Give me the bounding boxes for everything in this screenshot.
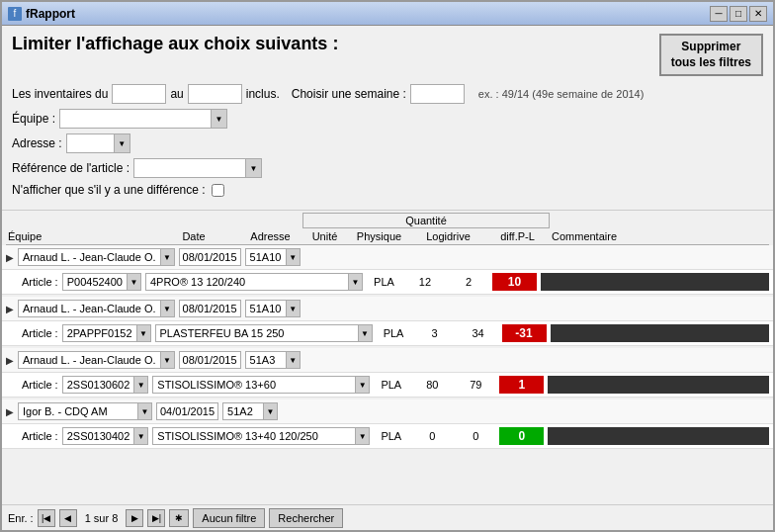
article-code-arrow[interactable]: ▼ xyxy=(136,325,150,341)
expand-icon[interactable]: ▶ xyxy=(6,406,14,417)
group-address-arrow[interactable]: ▼ xyxy=(263,403,277,419)
logidrive-value: 79 xyxy=(456,379,495,391)
unite-value: PLA xyxy=(374,430,408,442)
group-name-arrow[interactable]: ▼ xyxy=(137,403,151,419)
article-desc-arrow[interactable]: ▼ xyxy=(358,325,372,341)
group-date[interactable]: 04/01/2015 xyxy=(156,402,218,420)
equipe-combo[interactable]: ▼ xyxy=(59,109,227,129)
equipe-dropdown-arrow[interactable]: ▼ xyxy=(211,110,226,128)
group-address-arrow[interactable]: ▼ xyxy=(286,301,300,316)
article-code-arrow[interactable]: ▼ xyxy=(127,274,140,290)
group-address-arrow[interactable]: ▼ xyxy=(286,249,300,265)
group-address-arrow[interactable]: ▼ xyxy=(286,352,300,368)
group-header-row: ▶ Arnaud L. - Jean-Claude O. ▼ 08/01/201… xyxy=(2,348,773,373)
group-name-label: Arnaud L. - Jean-Claude O. xyxy=(19,251,160,263)
group-address-combo[interactable]: 51A3 ▼ xyxy=(245,351,301,369)
table-row: ▶ Arnaud L. - Jean-Claude O. ▼ 08/01/201… xyxy=(2,348,773,398)
col-diff-header: diff.P-L xyxy=(485,229,550,243)
filter-title: Limiter l'affichage aux choix suivants : xyxy=(12,34,338,54)
article-static-label: Article : xyxy=(22,379,58,391)
group-address-label: 51A3 xyxy=(246,354,286,366)
article-desc-combo[interactable]: STISOLISSIMO® 13+40 120/250 ▼ xyxy=(152,427,370,445)
comment-field[interactable] xyxy=(551,324,769,342)
delete-filters-button[interactable]: Supprimer tous les filtres xyxy=(659,34,763,76)
inventaires-to-input[interactable] xyxy=(188,84,242,104)
nav-add-button[interactable]: ✱ xyxy=(169,509,189,527)
filter-section: Limiter l'affichage aux choix suivants :… xyxy=(2,26,773,211)
bottom-bar: Enr. : |◀ ◀ 1 sur 8 ▶ ▶| ✱ Aucun filtre … xyxy=(2,504,773,530)
article-code-combo[interactable]: 2SS0130602 ▼ xyxy=(62,376,149,394)
article-desc-arrow[interactable]: ▼ xyxy=(348,274,362,290)
group-name-combo[interactable]: Arnaud L. - Jean-Claude O. ▼ xyxy=(18,300,175,317)
article-desc-arrow[interactable]: ▼ xyxy=(355,428,369,444)
page-info: 1 sur 8 xyxy=(85,512,119,524)
reference-combo[interactable]: ▼ xyxy=(133,158,262,178)
group-date[interactable]: 08/01/2015 xyxy=(179,351,241,369)
aucun-filtre-button[interactable]: Aucun filtre xyxy=(193,508,265,528)
adresse-label: Adresse : xyxy=(12,136,62,150)
adresse-input[interactable] xyxy=(67,134,114,152)
group-name-label: Igor B. - CDQ AM xyxy=(19,405,137,417)
rechercher-button[interactable]: Rechercher xyxy=(269,508,343,528)
article-desc-combo[interactable]: PLASTERFEU BA 15 250 ▼ xyxy=(155,324,373,342)
nav-last-button[interactable]: ▶| xyxy=(147,509,165,527)
group-name-combo[interactable]: Arnaud L. - Jean-Claude O. ▼ xyxy=(18,351,175,369)
semaine-label: Choisir une semaine : xyxy=(292,87,406,101)
article-code-combo[interactable]: P00452400 ▼ xyxy=(62,273,141,291)
nav-next-button[interactable]: ▶ xyxy=(126,509,143,527)
article-desc-combo[interactable]: STISOLISSIMO® 13+60 ▼ xyxy=(152,376,370,394)
article-code-arrow[interactable]: ▼ xyxy=(133,428,147,444)
maximize-button[interactable]: □ xyxy=(730,6,747,22)
comment-field[interactable] xyxy=(541,273,769,291)
group-name-arrow[interactable]: ▼ xyxy=(160,249,174,265)
col-logidrive-header: Logidrive xyxy=(411,229,485,243)
reference-dropdown-arrow[interactable]: ▼ xyxy=(245,159,261,177)
article-static-label: Article : xyxy=(22,327,58,339)
article-code-combo[interactable]: 2PAPPF0152 ▼ xyxy=(62,324,151,342)
article-code: P00452400 xyxy=(63,276,127,288)
close-button[interactable]: ✕ xyxy=(749,6,767,22)
group-date[interactable]: 08/01/2015 xyxy=(179,248,241,266)
group-address-combo[interactable]: 51A10 ▼ xyxy=(245,248,301,266)
reference-label: Référence de l'article : xyxy=(12,161,129,175)
adresse-dropdown-arrow[interactable]: ▼ xyxy=(114,134,129,152)
nav-first-button[interactable]: |◀ xyxy=(38,509,55,527)
article-row: Article : 2SS0130602 ▼ STISOLISSIMO® 13+… xyxy=(2,373,773,397)
equipe-input[interactable] xyxy=(60,110,211,128)
title-bar: f fRapport ─ □ ✕ xyxy=(2,2,773,26)
col-commentaire-header: Commentaire xyxy=(550,229,769,243)
diff-badge: 0 xyxy=(499,427,544,445)
col-physique-header: Physique xyxy=(347,229,411,243)
article-desc-combo[interactable]: 4PRO® 13 120/240 ▼ xyxy=(145,273,363,291)
difference-checkbox[interactable] xyxy=(212,184,224,197)
expand-icon[interactable]: ▶ xyxy=(6,355,14,366)
group-address-combo[interactable]: 51A2 ▼ xyxy=(222,402,278,420)
semaine-input[interactable] xyxy=(410,84,465,104)
minimize-button[interactable]: ─ xyxy=(710,6,728,22)
group-name-arrow[interactable]: ▼ xyxy=(160,352,174,368)
article-static-label: Article : xyxy=(22,276,58,288)
reference-input[interactable] xyxy=(134,159,245,177)
nav-prev-button[interactable]: ◀ xyxy=(59,509,77,527)
inventaires-from-input[interactable] xyxy=(112,84,166,104)
adresse-combo[interactable]: ▼ xyxy=(66,133,130,153)
article-desc: PLASTERFEU BA 15 250 xyxy=(156,327,358,339)
physique-value: 12 xyxy=(405,276,445,288)
comment-field[interactable] xyxy=(548,427,769,445)
logidrive-value: 2 xyxy=(449,276,488,288)
group-name-combo[interactable]: Arnaud L. - Jean-Claude O. ▼ xyxy=(18,248,175,266)
group-address-combo[interactable]: 51A10 ▼ xyxy=(245,300,301,317)
unite-value: PLA xyxy=(377,327,411,339)
article-static-label: Article : xyxy=(22,430,58,442)
article-code-arrow[interactable]: ▼ xyxy=(133,377,147,393)
expand-icon[interactable]: ▶ xyxy=(6,304,14,314)
group-name-combo[interactable]: Igor B. - CDQ AM ▼ xyxy=(18,402,152,420)
title-buttons: ─ □ ✕ xyxy=(710,6,767,22)
article-desc: 4PRO® 13 120/240 xyxy=(146,276,348,288)
expand-icon[interactable]: ▶ xyxy=(6,252,14,263)
group-name-arrow[interactable]: ▼ xyxy=(160,301,174,316)
comment-field[interactable] xyxy=(548,376,769,394)
article-desc-arrow[interactable]: ▼ xyxy=(355,377,369,393)
group-date[interactable]: 08/01/2015 xyxy=(179,300,241,317)
article-code-combo[interactable]: 2SS0130402 ▼ xyxy=(62,427,149,445)
